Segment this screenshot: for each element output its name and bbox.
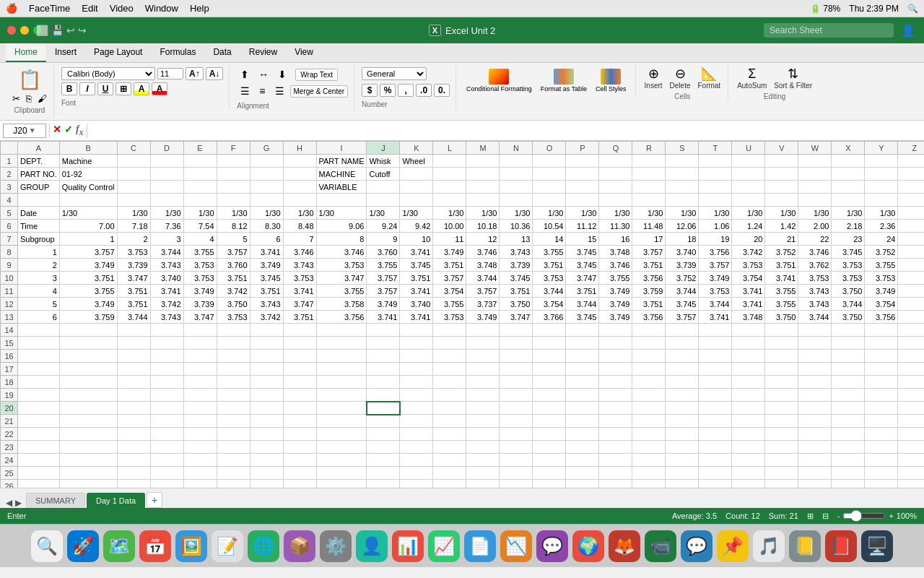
close-button[interactable] <box>7 26 16 35</box>
cell-O26[interactable] <box>533 480 566 488</box>
cell-R15[interactable] <box>632 337 666 350</box>
decrease-decimal-button[interactable]: 0. <box>434 84 450 97</box>
cell-Q14[interactable] <box>599 324 632 337</box>
cell-J12[interactable]: 3.749 <box>367 298 400 311</box>
cell-Z23[interactable] <box>898 441 924 454</box>
cell-R18[interactable] <box>632 376 666 389</box>
cell-S21[interactable] <box>666 415 699 428</box>
cell-I3[interactable]: VARIABLE <box>316 181 367 194</box>
col-header-p[interactable]: P <box>566 142 599 155</box>
cancel-formula-icon[interactable]: ✕ <box>53 124 61 137</box>
cell-S22[interactable] <box>666 428 699 441</box>
cell-Z21[interactable] <box>898 415 924 428</box>
cell-H1[interactable] <box>283 155 316 168</box>
comma-button[interactable]: , <box>398 84 414 97</box>
cell-M20[interactable] <box>466 402 500 415</box>
cell-I14[interactable] <box>316 324 367 337</box>
cell-C14[interactable] <box>117 324 150 337</box>
bold-button[interactable]: B <box>61 82 77 95</box>
cell-Z4[interactable] <box>898 194 924 207</box>
cell-N6[interactable]: 10.36 <box>500 220 533 233</box>
cell-R14[interactable] <box>632 324 666 337</box>
cell-K4[interactable] <box>400 194 433 207</box>
cell-Q23[interactable] <box>599 441 632 454</box>
dock-maps[interactable]: 🗺️ <box>103 530 135 562</box>
font-name-select[interactable]: Calibri (Body) <box>61 67 155 80</box>
cell-X22[interactable] <box>832 428 865 441</box>
cell-C15[interactable] <box>117 337 150 350</box>
cell-I5[interactable]: 1/30 <box>316 207 367 220</box>
tab-page-layout[interactable]: Page Layout <box>85 43 151 62</box>
cell-X19[interactable] <box>832 389 865 402</box>
cell-N25[interactable] <box>500 467 533 480</box>
cell-S1[interactable] <box>666 155 699 168</box>
cell-A20[interactable] <box>18 402 60 415</box>
cell-D12[interactable]: 3.742 <box>150 298 183 311</box>
cell-K15[interactable] <box>400 337 433 350</box>
cell-Y6[interactable]: 2.36 <box>865 220 898 233</box>
cell-W7[interactable]: 22 <box>798 233 832 246</box>
row-header-21[interactable]: 21 <box>1 415 18 428</box>
cell-Y22[interactable] <box>865 428 898 441</box>
cut-button[interactable]: ✂ <box>10 92 22 105</box>
cell-H16[interactable] <box>283 350 316 363</box>
cell-T11[interactable]: 3.753 <box>699 285 732 298</box>
cell-S12[interactable]: 3.745 <box>666 298 699 311</box>
cell-U8[interactable]: 3.742 <box>732 246 765 259</box>
cell-T23[interactable] <box>699 441 732 454</box>
cell-Z3[interactable] <box>898 181 924 194</box>
cell-T2[interactable] <box>699 168 732 181</box>
cell-J1[interactable]: Whisk <box>367 155 400 168</box>
cell-M6[interactable]: 10.18 <box>466 220 500 233</box>
cell-Z7[interactable] <box>898 233 924 246</box>
cell-M10[interactable]: 3.744 <box>466 272 500 285</box>
cell-A6[interactable]: Time <box>18 220 60 233</box>
cell-D10[interactable]: 3.740 <box>150 272 183 285</box>
row-header-1[interactable]: 1 <box>1 155 18 168</box>
col-header-s[interactable]: S <box>666 142 699 155</box>
cell-X18[interactable] <box>832 376 865 389</box>
cell-T5[interactable]: 1/30 <box>699 207 732 220</box>
fill-color-button[interactable]: A <box>134 82 149 95</box>
cell-S26[interactable] <box>666 480 699 488</box>
cell-L9[interactable]: 3.751 <box>433 259 466 272</box>
cell-D23[interactable] <box>150 441 183 454</box>
dock-settings[interactable]: ⚙️ <box>320 530 352 562</box>
cell-A26[interactable] <box>18 480 60 488</box>
cell-L3[interactable] <box>433 181 466 194</box>
cell-B16[interactable] <box>59 350 117 363</box>
cell-I4[interactable] <box>316 194 367 207</box>
cell-K20[interactable] <box>400 402 433 415</box>
cell-Y24[interactable] <box>865 454 898 467</box>
cell-V17[interactable] <box>765 363 798 376</box>
cell-W23[interactable] <box>798 441 832 454</box>
cell-J4[interactable] <box>367 194 400 207</box>
cell-P13[interactable]: 3.745 <box>566 311 599 324</box>
cell-J2[interactable]: Cutoff <box>367 168 400 181</box>
cell-R21[interactable] <box>632 415 666 428</box>
align-middle-button[interactable]: ↔ <box>255 67 272 82</box>
cell-X17[interactable] <box>832 363 865 376</box>
dock-launchpad[interactable]: 🚀 <box>67 530 99 562</box>
cell-L12[interactable]: 3.755 <box>433 298 466 311</box>
col-header-w[interactable]: W <box>798 142 832 155</box>
cell-U22[interactable] <box>732 428 765 441</box>
cell-B12[interactable]: 3.749 <box>59 298 117 311</box>
font-color-button[interactable]: A <box>152 82 167 95</box>
cell-H24[interactable] <box>283 454 316 467</box>
cell-B3[interactable]: Quality Control <box>59 181 117 194</box>
cell-T4[interactable] <box>699 194 732 207</box>
cell-Z16[interactable] <box>898 350 924 363</box>
cell-C17[interactable] <box>117 363 150 376</box>
row-header-4[interactable]: 4 <box>1 194 18 207</box>
cell-P14[interactable] <box>566 324 599 337</box>
cell-D16[interactable] <box>150 350 183 363</box>
paste-button[interactable]: 📋 <box>18 69 41 91</box>
new-sheet-button[interactable]: + <box>147 492 162 508</box>
cell-J5[interactable]: 1/30 <box>367 207 400 220</box>
cell-D13[interactable]: 3.743 <box>150 311 183 324</box>
cell-U6[interactable]: 1.24 <box>732 220 765 233</box>
cell-O15[interactable] <box>533 337 566 350</box>
cell-N16[interactable] <box>500 350 533 363</box>
cell-O4[interactable] <box>533 194 566 207</box>
